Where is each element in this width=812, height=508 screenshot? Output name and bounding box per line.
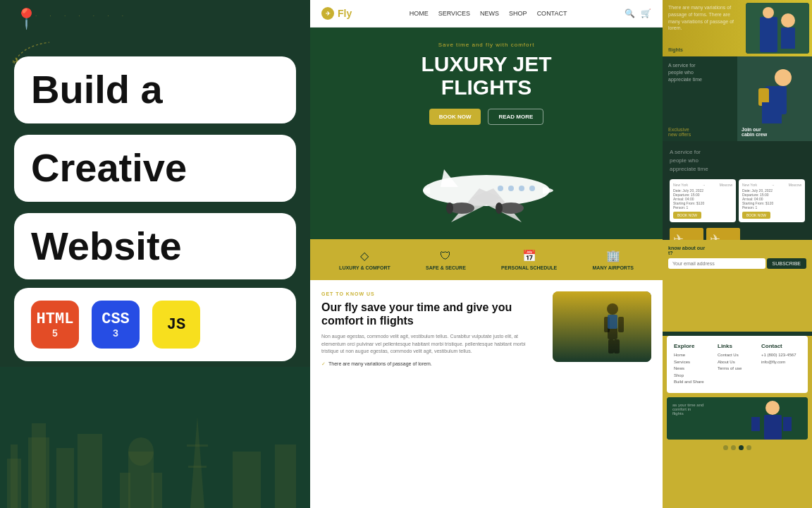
css-label: CSS 3 — [102, 310, 130, 339]
safe-label: SAFE & SECURE — [426, 265, 466, 270]
css-badge: CSS 3 — [92, 301, 140, 349]
svg-rect-4 — [32, 423, 46, 508]
svg-point-49 — [765, 401, 780, 415]
about-check: There are many variations of passage of … — [321, 361, 543, 367]
nav-services[interactable]: SERVICES — [438, 10, 470, 17]
rp-section3: A service forpeople whoappreciate time N… — [663, 141, 812, 240]
about-title: Our fly save your time and give you comf… — [321, 301, 543, 327]
svg-rect-43 — [771, 102, 782, 123]
feature-luxury: ◇ LUXURY & COMFORT — [339, 249, 390, 270]
hero-title-line1: LUXURY JET — [421, 52, 551, 75]
book-ticket-1-button[interactable]: BOOK NOW — [673, 212, 701, 219]
dot-4[interactable] — [746, 445, 751, 450]
left-panel: 📍 · · · · · · · ✈ Build a Creative Websi… — [0, 0, 310, 508]
airplane-graphic — [388, 123, 585, 239]
cart-icon[interactable]: 🛒 — [641, 8, 651, 18]
feature-airports: 🏢 MANY AIRPORTS — [593, 249, 634, 270]
airports-icon: 🏢 — [606, 249, 620, 262]
svg-rect-15 — [275, 445, 296, 508]
feature-schedule: 📅 PERSONAL SCHEDULE — [501, 249, 557, 270]
svg-point-17 — [498, 186, 503, 191]
dot-1[interactable] — [723, 445, 728, 450]
subscribe-input[interactable] — [668, 258, 765, 269]
rp-section4: know about ourt? SUBSCRIBE — [663, 240, 812, 332]
svg-rect-32 — [608, 315, 617, 329]
svg-rect-52 — [783, 417, 792, 431]
subscribe-button[interactable]: SUBSCRIBE — [767, 258, 806, 269]
exclusive-offers-label: Exclusivenew offers — [668, 127, 691, 137]
rp-section2: A service forpeople whoappreciate time E… — [663, 56, 812, 141]
rp-s1-photo — [746, 3, 809, 54]
book-ticket-2-button[interactable]: BOOK NOW — [742, 212, 770, 219]
html-label: HTML 5 — [37, 310, 74, 339]
nav-news[interactable]: NEWS — [480, 10, 499, 17]
svg-point-19 — [519, 186, 524, 191]
svg-rect-6 — [78, 434, 102, 508]
html-badge: HTML 5 — [31, 301, 79, 349]
nav-home[interactable]: HOME — [410, 10, 429, 17]
schedule-label: PERSONAL SCHEDULE — [501, 265, 557, 270]
rp-s2-left: A service forpeople whoappreciate time E… — [663, 56, 737, 141]
nav-contact[interactable]: CONTACT — [537, 10, 567, 17]
about-section: GET TO KNOW US Our fly save your time an… — [310, 280, 663, 378]
ticket-1: New York→Moscow Date: July 20, 2022 Depa… — [670, 179, 736, 222]
about-body: Non augue egestas, commodo velit agit, v… — [321, 333, 543, 356]
city-skyline-deco — [0, 409, 310, 508]
svg-point-37 — [763, 7, 774, 18]
svg-marker-11 — [190, 416, 204, 508]
footer-photo-text: as your time andcomfort inflights — [672, 403, 703, 416]
dot-2[interactable] — [731, 445, 736, 450]
tech-badges-block: HTML 5 CSS 3 JS — [14, 288, 296, 361]
svg-rect-12 — [187, 445, 208, 447]
hero-title-line2: FLIGHTS — [441, 75, 531, 99]
svg-rect-31 — [614, 339, 620, 353]
svg-rect-35 — [781, 28, 795, 49]
logo-icon: ✈ — [321, 7, 334, 20]
read-more-button[interactable]: READ MORE — [488, 109, 543, 125]
svg-rect-9 — [120, 473, 130, 508]
svg-rect-50 — [764, 415, 782, 440]
headline-line-2: Creative — [31, 147, 279, 189]
site-hero: Save time and fly with comfort LUXURY JE… — [310, 28, 663, 239]
svg-point-39 — [775, 69, 792, 86]
search-icon[interactable]: 🔍 — [625, 8, 635, 18]
rp-s2-text: A service forpeople whoappreciate time — [663, 56, 737, 88]
svg-rect-2 — [11, 445, 18, 508]
safe-icon: 🛡 — [440, 250, 451, 262]
ticket-cards: New York→Moscow Date: July 20, 2022 Depa… — [670, 179, 805, 222]
footer-col-explore: Explore HomeServicesNewsShopBuild and Sh… — [674, 343, 713, 386]
svg-point-34 — [781, 13, 795, 28]
js-badge: JS — [152, 301, 200, 349]
rp-s3-text: A service forpeople whoappreciate time — [670, 148, 805, 174]
js-label: JS — [167, 316, 185, 334]
rp-s1-label: flights — [668, 47, 683, 52]
site-logo: ✈ Fly — [321, 7, 352, 20]
headline-block-1: Build a — [14, 56, 296, 123]
footer-photo: as your time andcomfort inflights — [667, 397, 808, 440]
headline-block-2: Creative — [14, 135, 296, 202]
dot-3-active[interactable] — [739, 445, 744, 450]
nav-shop[interactable]: SHOP — [509, 10, 527, 17]
hero-title: LUXURY JET FLIGHTS — [421, 52, 551, 99]
rp-s2-right: Join ourcabin crew — [737, 56, 812, 141]
headline-line-3: Website — [31, 226, 279, 267]
about-tag: GET TO KNOW US — [321, 291, 543, 296]
svg-rect-30 — [608, 339, 614, 353]
svg-rect-10 — [152, 473, 162, 508]
feature-safe: 🛡 SAFE & SECURE — [426, 250, 466, 270]
ticket-2: New York→Moscow Date: July 20, 2022 Depa… — [739, 179, 805, 222]
footer-preview: Explore HomeServicesNewsShopBuild and Sh… — [667, 336, 808, 393]
book-now-button[interactable]: BOOK NOW — [429, 109, 481, 125]
svg-point-26 — [607, 303, 618, 315]
check-text: There are many variations of passage of … — [328, 361, 432, 366]
nav-icons: 🔍 🛒 — [625, 8, 651, 18]
about-image — [553, 291, 651, 362]
svg-rect-36 — [760, 17, 777, 52]
site-nav[interactable]: HOME SERVICES NEWS SHOP CONTACT — [410, 10, 567, 17]
footer-col-links: Links Contact UsAbout UsTerms of use — [718, 343, 757, 386]
footer-grid: Explore HomeServicesNewsShopBuild and Sh… — [674, 343, 801, 386]
deco-dots: · · · · · · · — [35, 13, 129, 19]
rp-section5: Explore HomeServicesNewsShopBuild and Sh… — [663, 336, 812, 508]
airports-label: MANY AIRPORTS — [593, 265, 634, 270]
luxury-label: LUXURY & COMFORT — [339, 265, 390, 270]
